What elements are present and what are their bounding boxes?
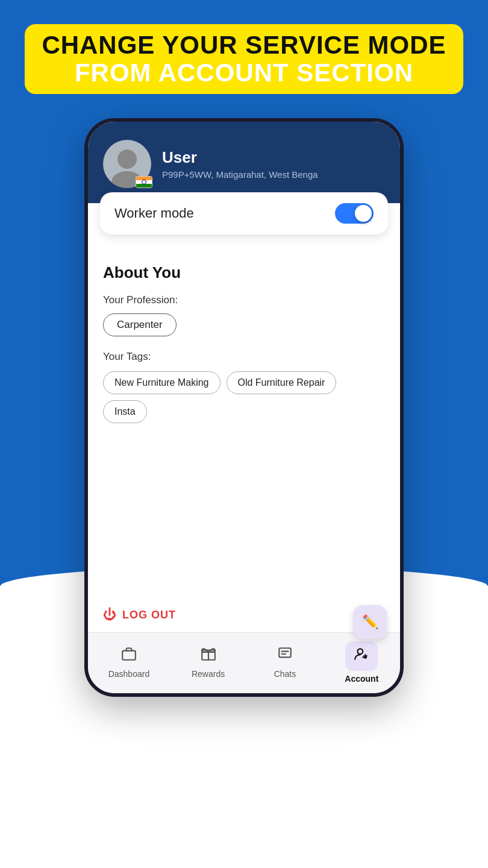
avatar-container xyxy=(103,140,151,188)
pencil-icon: ✏️ xyxy=(362,614,378,630)
nav-account-label: Account xyxy=(345,674,378,684)
tags-label: Your Tags: xyxy=(103,351,385,363)
svg-rect-4 xyxy=(202,650,215,652)
logout-text: LOG OUT xyxy=(122,609,176,621)
user-name: User xyxy=(162,148,385,167)
nav-dashboard-label: Dashboard xyxy=(108,669,150,679)
worker-mode-toggle[interactable] xyxy=(335,203,374,224)
header-line1: CHANGE YOUR SERVICE MODE xyxy=(42,31,446,59)
tags-row: New Furniture Making Old Furniture Repai… xyxy=(103,371,385,423)
header-line2: FROM ACCOUNT SECTION xyxy=(42,59,446,87)
profile-header: User P99P+5WW, Matigarahat, West Benga xyxy=(88,122,400,203)
section-title: About You xyxy=(103,263,385,282)
worker-mode-card: Worker mode xyxy=(100,192,388,234)
header-banner: CHANGE YOUR SERVICE MODE FROM ACCOUNT SE… xyxy=(25,24,463,94)
account-nav-bg xyxy=(345,641,378,671)
nav-dashboard[interactable]: Dashboard xyxy=(108,646,150,679)
flag-badge xyxy=(136,176,152,188)
briefcase-icon xyxy=(121,646,137,666)
tag-new-furniture: New Furniture Making xyxy=(103,371,221,394)
gift-icon xyxy=(201,646,216,666)
profession-label: Your Profession: xyxy=(103,294,385,306)
spacer xyxy=(88,436,400,597)
user-location: P99P+5WW, Matigarahat, West Benga xyxy=(162,169,385,180)
svg-point-0 xyxy=(117,149,137,169)
logout-icon: ⏻ xyxy=(103,607,116,623)
phone-frame: User P99P+5WW, Matigarahat, West Benga W… xyxy=(84,118,404,697)
main-content: About You Your Profession: Carpenter You… xyxy=(88,245,400,436)
tag-partial: Insta xyxy=(103,400,147,423)
account-icon xyxy=(354,646,369,666)
tag-old-furniture: Old Furniture Repair xyxy=(227,371,337,394)
svg-point-8 xyxy=(358,649,363,655)
chat-icon xyxy=(277,646,293,666)
profession-tag: Carpenter xyxy=(103,313,177,336)
svg-rect-5 xyxy=(279,649,291,658)
edit-fab[interactable]: ✏️ xyxy=(353,605,387,639)
user-info: User P99P+5WW, Matigarahat, West Benga xyxy=(162,148,385,180)
nav-rewards-label: Rewards xyxy=(192,669,225,679)
nav-chats[interactable]: Chats xyxy=(267,646,303,679)
toggle-knob xyxy=(355,205,372,222)
svg-rect-2 xyxy=(122,651,136,660)
nav-chats-label: Chats xyxy=(274,669,296,679)
nav-account[interactable]: Account xyxy=(343,641,380,684)
nav-rewards[interactable]: Rewards xyxy=(190,646,227,679)
worker-mode-label: Worker mode xyxy=(114,206,194,221)
bottom-nav: Dashboard Rewards xyxy=(88,632,400,693)
